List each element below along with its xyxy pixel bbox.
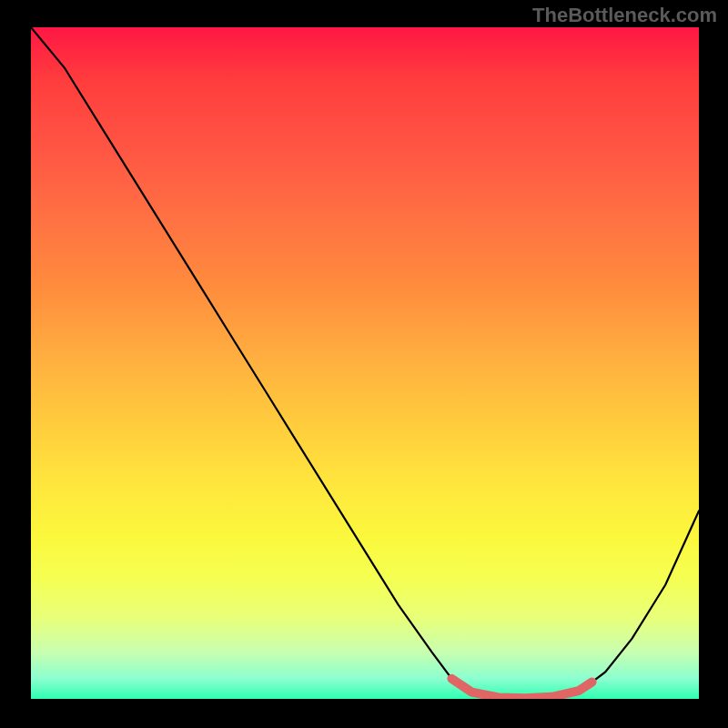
watermark-text: TheBottleneck.com (532, 4, 717, 27)
optimal-zone-marker (451, 679, 592, 698)
chart-plot-area (31, 27, 699, 699)
bottleneck-curve (31, 27, 699, 699)
chart-svg (31, 27, 699, 699)
